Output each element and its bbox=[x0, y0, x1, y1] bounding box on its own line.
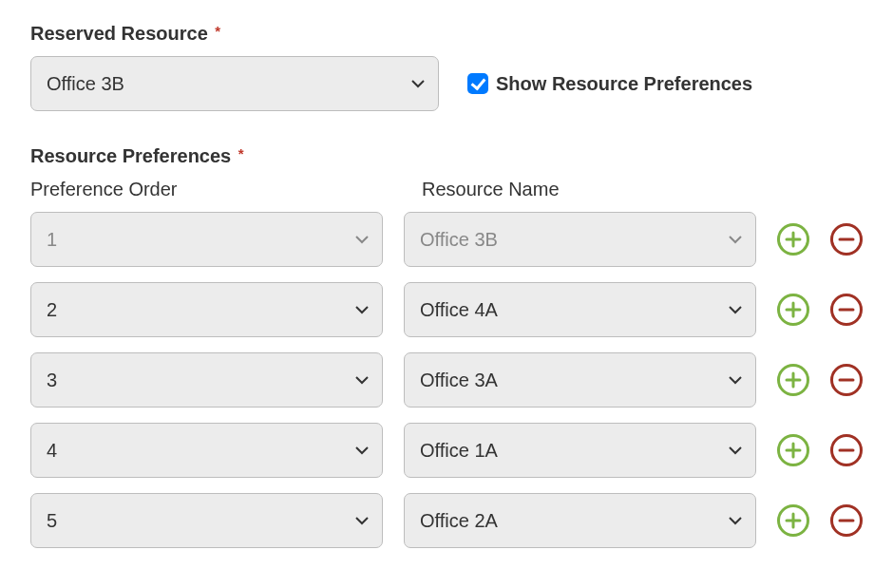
plus-icon bbox=[785, 442, 802, 459]
preference-row: 1Office 3B bbox=[30, 212, 863, 267]
remove-row-button[interactable] bbox=[830, 364, 863, 396]
remove-row-button[interactable] bbox=[830, 504, 863, 537]
chevron-down-icon bbox=[355, 235, 369, 244]
chevron-down-icon bbox=[355, 375, 369, 385]
chevron-down-icon bbox=[729, 446, 742, 455]
plus-icon bbox=[785, 301, 802, 318]
resource-name-select[interactable]: Office 1A bbox=[404, 423, 756, 478]
resource-name-select: Office 3B bbox=[404, 212, 756, 267]
plus-icon bbox=[785, 231, 802, 248]
remove-row-button[interactable] bbox=[830, 223, 863, 256]
resource-name-value: Office 4A bbox=[420, 299, 498, 321]
preference-row: 3Office 3A bbox=[30, 352, 863, 408]
chevron-down-icon bbox=[729, 305, 742, 314]
minus-icon bbox=[838, 442, 855, 459]
preference-row: 4Office 1A bbox=[30, 423, 863, 478]
preference-order-value: 1 bbox=[47, 229, 57, 251]
reserved-resource-label: Reserved Resource * bbox=[30, 23, 863, 45]
resource-preferences-label: Resource Preferences * bbox=[30, 145, 863, 167]
add-row-button[interactable] bbox=[777, 504, 809, 537]
resource-name-value: Office 3B bbox=[420, 229, 498, 251]
remove-row-button[interactable] bbox=[830, 434, 863, 466]
reserved-resource-select[interactable]: Office 3B bbox=[30, 56, 439, 111]
chevron-down-icon bbox=[355, 516, 369, 525]
resource-name-select[interactable]: Office 2A bbox=[404, 493, 756, 548]
resource-name-select[interactable]: Office 3A bbox=[404, 352, 756, 408]
resource-name-value: Office 1A bbox=[420, 440, 498, 462]
chevron-down-icon bbox=[355, 446, 369, 455]
preference-row: 5Office 2A bbox=[30, 493, 863, 548]
preference-order-value: 4 bbox=[47, 440, 57, 462]
preference-order-select[interactable]: 5 bbox=[30, 493, 383, 548]
preference-order-select[interactable]: 4 bbox=[30, 423, 383, 478]
preference-order-value: 3 bbox=[47, 370, 57, 391]
remove-row-button[interactable] bbox=[830, 294, 863, 326]
resource-name-header: Resource Name bbox=[422, 179, 792, 200]
preference-order-header: Preference Order bbox=[30, 179, 401, 200]
resource-name-value: Office 3A bbox=[420, 370, 498, 391]
chevron-down-icon bbox=[411, 79, 425, 88]
chevron-down-icon bbox=[729, 375, 742, 385]
chevron-down-icon bbox=[729, 235, 742, 244]
preference-order-select: 1 bbox=[30, 212, 383, 267]
minus-icon bbox=[838, 371, 855, 389]
minus-icon bbox=[838, 301, 855, 318]
plus-icon bbox=[785, 371, 802, 389]
add-row-button[interactable] bbox=[777, 294, 809, 326]
plus-icon bbox=[785, 512, 802, 529]
add-row-button[interactable] bbox=[777, 434, 809, 466]
preference-order-value: 5 bbox=[47, 510, 57, 532]
minus-icon bbox=[838, 512, 855, 529]
preference-order-select[interactable]: 3 bbox=[30, 352, 383, 408]
required-asterisk: * bbox=[215, 23, 220, 39]
add-row-button[interactable] bbox=[777, 364, 809, 396]
preference-order-value: 2 bbox=[47, 299, 57, 321]
preference-row: 2Office 4A bbox=[30, 282, 863, 337]
required-asterisk: * bbox=[238, 145, 244, 161]
show-preferences-label[interactable]: Show Resource Preferences bbox=[496, 73, 752, 95]
chevron-down-icon bbox=[729, 516, 742, 525]
show-preferences-checkbox[interactable] bbox=[467, 73, 488, 94]
resource-name-select[interactable]: Office 4A bbox=[404, 282, 756, 337]
minus-icon bbox=[838, 231, 855, 248]
reserved-resource-value: Office 3B bbox=[47, 73, 124, 95]
preference-order-select[interactable]: 2 bbox=[30, 282, 383, 337]
add-row-button[interactable] bbox=[777, 223, 809, 256]
chevron-down-icon bbox=[355, 305, 369, 314]
resource-name-value: Office 2A bbox=[420, 510, 498, 532]
